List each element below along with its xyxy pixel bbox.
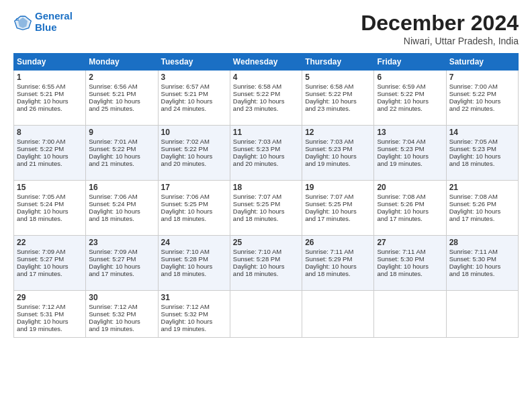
day-number: 4 <box>233 73 299 82</box>
sunset-label: Sunset: 5:23 PM <box>305 145 352 152</box>
calendar-cell: 19 Sunrise: 7:07 AM Sunset: 5:25 PM Dayl… <box>302 181 374 236</box>
sunset-label: Sunset: 5:27 PM <box>89 255 136 263</box>
daylight-minutes: and 26 minutes. <box>17 105 62 112</box>
daylight-label: Daylight: 10 hours <box>89 97 140 105</box>
sunset-label: Sunset: 5:26 PM <box>449 200 496 208</box>
day-number: 6 <box>377 73 443 82</box>
day-number: 14 <box>449 128 515 137</box>
day-number: 24 <box>161 238 227 247</box>
day-number: 29 <box>17 293 83 302</box>
daylight-minutes: and 18 minutes. <box>305 270 351 277</box>
daylight-minutes: and 20 minutes. <box>161 160 207 167</box>
calendar-cell: 17 Sunrise: 7:06 AM Sunset: 5:25 PM Dayl… <box>158 181 230 236</box>
col-header-tuesday: Tuesday <box>158 54 230 71</box>
daylight-minutes: and 20 minutes. <box>233 160 279 167</box>
daylight-minutes: and 18 minutes. <box>233 270 279 277</box>
day-number: 21 <box>449 183 515 192</box>
day-number: 9 <box>89 128 154 137</box>
daylight-minutes: and 18 minutes. <box>17 215 62 222</box>
daylight-label: Daylight: 10 hours <box>449 97 501 105</box>
day-number: 26 <box>305 238 371 247</box>
sunrise-label: Sunrise: 7:08 AM <box>449 193 498 200</box>
daylight-minutes: and 19 minutes. <box>377 160 423 167</box>
sunrise-label: Sunrise: 7:08 AM <box>377 193 425 200</box>
sunset-label: Sunset: 5:32 PM <box>89 310 136 318</box>
sunset-label: Sunset: 5:31 PM <box>17 310 64 318</box>
week-row-4: 22 Sunrise: 7:09 AM Sunset: 5:27 PM Dayl… <box>14 236 519 291</box>
sunset-label: Sunset: 5:22 PM <box>89 145 136 152</box>
sunrise-label: Sunrise: 7:03 AM <box>233 138 281 145</box>
daylight-minutes: and 25 minutes. <box>89 105 134 112</box>
calendar-cell: 1 Sunrise: 6:55 AM Sunset: 5:21 PM Dayli… <box>14 71 86 126</box>
daylight-label: Daylight: 10 hours <box>17 318 69 325</box>
daylight-label: Daylight: 10 hours <box>161 318 213 325</box>
sunrise-label: Sunrise: 7:12 AM <box>89 303 137 310</box>
daylight-minutes: and 22 minutes. <box>377 105 423 112</box>
daylight-label: Daylight: 10 hours <box>161 152 213 160</box>
calendar-cell: 15 Sunrise: 7:05 AM Sunset: 5:24 PM Dayl… <box>14 181 86 236</box>
day-number: 15 <box>17 183 83 192</box>
sunrise-label: Sunrise: 7:11 AM <box>449 248 498 255</box>
location: Niwari, Uttar Pradesh, India <box>361 36 519 46</box>
calendar-cell: 24 Sunrise: 7:10 AM Sunset: 5:28 PM Dayl… <box>158 236 230 291</box>
logo-icon: G <box>13 13 32 32</box>
day-number: 1 <box>17 73 83 82</box>
daylight-label: Daylight: 10 hours <box>377 208 429 215</box>
daylight-label: Daylight: 10 hours <box>449 263 501 270</box>
day-number: 27 <box>377 238 443 247</box>
header: G General Blue December 2024 Niwari, Utt… <box>13 11 519 46</box>
logo-general: General <box>35 10 73 21</box>
sunset-label: Sunset: 5:25 PM <box>305 200 352 208</box>
daylight-label: Daylight: 10 hours <box>161 97 213 105</box>
sunset-label: Sunset: 5:23 PM <box>377 145 424 152</box>
day-number: 5 <box>305 73 371 82</box>
daylight-minutes: and 17 minutes. <box>17 270 62 277</box>
calendar-cell: 28 Sunrise: 7:11 AM Sunset: 5:30 PM Dayl… <box>446 236 518 291</box>
calendar-cell: 6 Sunrise: 6:59 AM Sunset: 5:22 PM Dayli… <box>374 71 446 126</box>
sunrise-label: Sunrise: 6:55 AM <box>17 83 65 90</box>
sunrise-label: Sunrise: 6:58 AM <box>305 83 353 90</box>
day-number: 17 <box>161 183 227 192</box>
calendar-cell: 5 Sunrise: 6:58 AM Sunset: 5:22 PM Dayli… <box>302 71 374 126</box>
calendar-table: SundayMondayTuesdayWednesdayThursdayFrid… <box>13 53 519 338</box>
sunset-label: Sunset: 5:27 PM <box>17 255 64 263</box>
sunset-label: Sunset: 5:28 PM <box>233 255 280 263</box>
week-row-5: 29 Sunrise: 7:12 AM Sunset: 5:31 PM Dayl… <box>14 291 519 338</box>
daylight-label: Daylight: 10 hours <box>17 152 69 160</box>
day-number: 28 <box>449 238 515 247</box>
sunset-label: Sunset: 5:23 PM <box>449 145 496 152</box>
sunset-label: Sunset: 5:21 PM <box>89 90 136 97</box>
daylight-label: Daylight: 10 hours <box>305 97 357 105</box>
day-number: 22 <box>17 238 83 247</box>
week-row-3: 15 Sunrise: 7:05 AM Sunset: 5:24 PM Dayl… <box>14 181 519 236</box>
daylight-minutes: and 21 minutes. <box>17 160 62 167</box>
daylight-minutes: and 18 minutes. <box>89 215 134 222</box>
calendar-cell: 12 Sunrise: 7:03 AM Sunset: 5:23 PM Dayl… <box>302 126 374 181</box>
week-row-2: 8 Sunrise: 7:00 AM Sunset: 5:22 PM Dayli… <box>14 126 519 181</box>
day-number: 7 <box>449 73 515 82</box>
col-header-saturday: Saturday <box>446 54 518 71</box>
daylight-label: Daylight: 10 hours <box>161 263 213 270</box>
sunrise-label: Sunrise: 6:58 AM <box>233 83 281 90</box>
logo-blue: Blue <box>35 21 57 33</box>
sunset-label: Sunset: 5:30 PM <box>377 255 424 263</box>
daylight-minutes: and 24 minutes. <box>161 105 207 112</box>
sunrise-label: Sunrise: 7:01 AM <box>89 138 137 145</box>
daylight-minutes: and 23 minutes. <box>233 105 279 112</box>
daylight-minutes: and 19 minutes. <box>305 160 351 167</box>
daylight-label: Daylight: 10 hours <box>89 208 140 215</box>
calendar-cell: 13 Sunrise: 7:04 AM Sunset: 5:23 PM Dayl… <box>374 126 446 181</box>
day-number: 30 <box>89 293 154 302</box>
sunset-label: Sunset: 5:23 PM <box>233 145 280 152</box>
col-header-friday: Friday <box>374 54 446 71</box>
day-number: 12 <box>305 128 371 137</box>
sunrise-label: Sunrise: 7:09 AM <box>17 248 65 255</box>
day-number: 19 <box>305 183 371 192</box>
sunrise-label: Sunrise: 7:12 AM <box>17 303 65 310</box>
calendar-cell: 29 Sunrise: 7:12 AM Sunset: 5:31 PM Dayl… <box>14 291 86 338</box>
calendar-cell: 25 Sunrise: 7:10 AM Sunset: 5:28 PM Dayl… <box>230 236 302 291</box>
calendar-cell: 16 Sunrise: 7:06 AM Sunset: 5:24 PM Dayl… <box>86 181 158 236</box>
sunrise-label: Sunrise: 7:03 AM <box>305 138 353 145</box>
daylight-label: Daylight: 10 hours <box>17 263 69 270</box>
daylight-label: Daylight: 10 hours <box>89 152 140 160</box>
